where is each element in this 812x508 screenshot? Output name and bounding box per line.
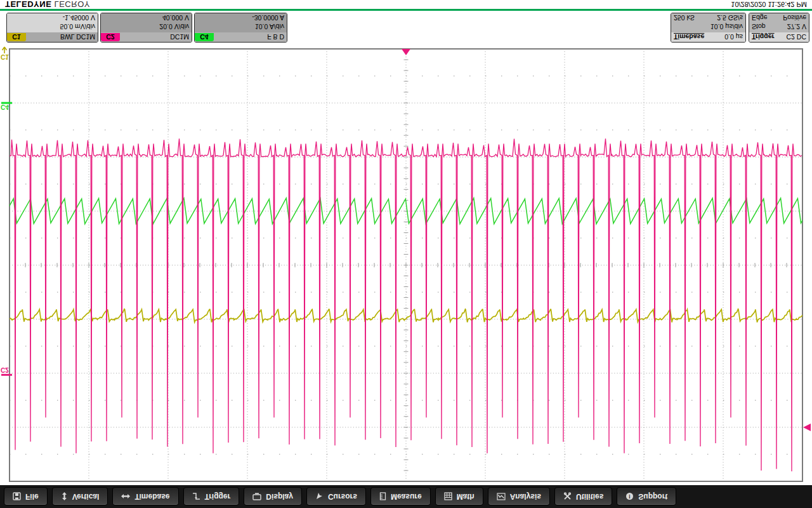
channel-descriptor-c4[interactable]: C4 F B D 10.0 A/div -30.0000 A	[194, 13, 287, 43]
timebase-scale: 10.0 µs/div	[674, 23, 743, 30]
c2-offset: 40.000 V	[103, 14, 189, 22]
c2-scale: 20.0 V/div	[103, 23, 189, 30]
c1-level-indicator[interactable]: C1	[1, 53, 9, 60]
brand-separator-line	[0, 9, 812, 11]
c4-scale: 10.0 A/div	[197, 23, 284, 30]
descriptor-row: C1 BWL DC1M 50.0 mV/div -1.45000 V C2 DC…	[0, 12, 812, 43]
datetime-display: 10/28/2020 11:26:42 PM	[731, 1, 807, 8]
c4-tab[interactable]: C4	[195, 33, 214, 41]
c1-scale: 50.0 mV/div	[10, 23, 95, 30]
c4-offset: -30.0000 A	[197, 14, 284, 22]
timebase-descriptor[interactable]: Timebase 0.0 µs 10.0 µs/div 250 kS 2.5 G…	[671, 13, 746, 43]
logo-teledyne: TELEDYNE	[5, 0, 51, 10]
trigger-mode: Stop	[752, 23, 766, 30]
c1-badges: BWL DC1M	[60, 34, 95, 41]
channel-descriptor-c2[interactable]: C2 DC1M 20.0 V/div 40.000 V	[100, 13, 192, 43]
teledyne-lecroy-logo: TELEDYNE LECROY	[5, 0, 90, 10]
brand-row: TELEDYNE LECROY 10/28/2020 11:26:42 PM	[5, 0, 807, 9]
c1-offset: -1.45000 V	[10, 14, 95, 22]
timebase-rate: 2.5 GS/s	[717, 14, 743, 22]
timebase-position: 0.0 µs	[724, 34, 743, 41]
c4-level-indicator[interactable]: C4	[1, 104, 9, 110]
c4-badges: F B D	[267, 34, 284, 41]
waveform-display: C2C4C1	[0, 0, 812, 508]
c2-level-indicator[interactable]: C2	[1, 366, 9, 373]
timebase-title: Timebase	[674, 34, 704, 41]
trigger-level: 27.2 V	[787, 23, 806, 30]
trigger-slope: Positive	[783, 14, 806, 22]
channel-descriptor-c1[interactable]: C1 BWL DC1M 50.0 mV/div -1.45000 V	[6, 13, 98, 43]
trigger-type: Edge	[752, 14, 768, 22]
timebase-samples: 250 kS	[674, 14, 695, 22]
trigger-source: C2 DC	[786, 34, 806, 41]
c2-badges: DC1M	[170, 34, 189, 41]
logo-lecroy: LECROY	[54, 0, 89, 10]
trigger-title: Trigger	[752, 34, 775, 41]
c1-offscreen-arrow[interactable]	[3, 47, 7, 53]
c1-tab[interactable]: C1	[7, 33, 26, 41]
c2-tab[interactable]: C2	[101, 33, 120, 41]
trigger-level-marker[interactable]	[803, 424, 811, 431]
oscilloscope-screen: File Vertical Timebase Trigger Display C…	[0, 0, 812, 508]
trigger-descriptor[interactable]: Trigger C2 DC Stop 27.2 V Edge Positive	[749, 13, 809, 43]
